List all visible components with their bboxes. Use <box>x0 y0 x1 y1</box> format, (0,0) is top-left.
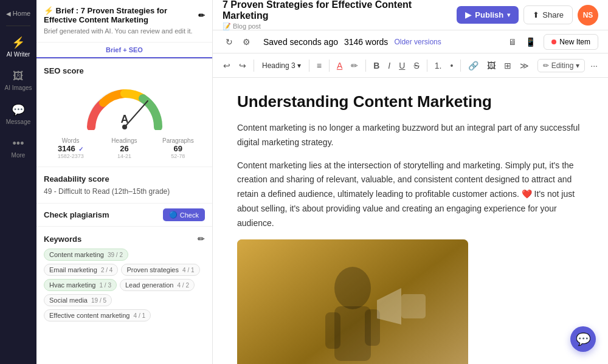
undo-button[interactable]: ↩ <box>220 59 233 72</box>
publish-button[interactable]: ▶ Publish ▾ <box>457 6 519 24</box>
link-button[interactable]: 🔗 <box>465 59 482 72</box>
ai-writer-icon: ⚡ <box>12 36 25 49</box>
panel-header: ⚡ Brief : 7 Proven Strategies for Effect… <box>36 0 212 43</box>
topbar-left: 7 Proven Strategies for Effective Conten… <box>223 0 457 30</box>
sidebar-item-label: AI Writer <box>7 51 30 58</box>
publish-chevron-icon: ▾ <box>507 12 510 18</box>
svg-text:A: A <box>120 113 128 125</box>
keywords-section: Keywords ✏ Content marketing 39 / 2 Emai… <box>36 226 212 329</box>
heading-select[interactable]: Heading 3 ▾ <box>258 60 305 72</box>
new-item-dot-icon <box>551 39 556 44</box>
more-options-button[interactable]: ≫ <box>517 59 532 72</box>
image-button[interactable]: 🖼 <box>484 59 499 72</box>
brief-edit-icon[interactable]: ✏ <box>198 11 205 20</box>
underline-button[interactable]: U <box>396 59 408 72</box>
sidebar-item-message[interactable]: 💬 Message <box>0 98 36 130</box>
template-label: 📝 Blog post <box>223 22 457 30</box>
bold-button[interactable]: B <box>370 59 382 72</box>
keyword-tag-content-marketing: Content marketing 39 / 2 <box>44 249 128 261</box>
keyword-tag-email-marketing: Email marketing 2 / 4 <box>44 264 118 276</box>
editor-paragraph-2: Content marketing lies at the intersecti… <box>237 159 584 231</box>
template-icon: 📝 <box>223 22 231 30</box>
older-versions-link[interactable]: Older versions <box>394 38 441 46</box>
plagiarism-section: Check plagiarism 🔵 Check <box>36 203 212 226</box>
words-value: 3146 <box>58 144 75 153</box>
more-icon: ••• <box>13 137 24 150</box>
sidebar-item-ai-writer[interactable]: ⚡ AI Writer <box>0 31 36 63</box>
sidebar-item-more[interactable]: ••• More <box>0 132 36 163</box>
unordered-list-button[interactable]: • <box>447 59 456 72</box>
brief-title: ⚡ Brief : 7 Proven Strategies for Effect… <box>44 6 205 24</box>
share-button[interactable]: ⬆ Share <box>523 5 573 24</box>
svg-point-1 <box>122 125 127 129</box>
word-count: 3146 words <box>344 37 388 47</box>
toolbar-sep-5 <box>427 60 427 72</box>
keyword-tag-social-media: Social media 19 / 5 <box>44 294 112 306</box>
sidebar-item-ai-images[interactable]: 🖼 AI Images <box>0 65 36 96</box>
editor-paragraph-1: Content marketing is no longer a marketi… <box>237 121 584 150</box>
saved-text: Saved seconds ago <box>263 37 338 47</box>
page-title: 7 Proven Strategies for Effective Conten… <box>223 0 457 21</box>
sidebar: ◀ Home ⚡ AI Writer 🖼 AI Images 💬 Message… <box>0 0 36 364</box>
chat-icon: 💬 <box>576 332 591 346</box>
keywords-header: Keywords ✏ <box>44 234 205 244</box>
brief-subtitle: Brief generated with AI. You can review … <box>44 27 205 36</box>
refresh-icon-btn[interactable]: ↻ <box>223 35 236 49</box>
editing-badge[interactable]: ✏ Editing ▾ <box>537 59 586 72</box>
redo-button[interactable]: ↪ <box>236 59 249 72</box>
keyword-tag-effective-content: Effective content marketing 4 / 1 <box>44 309 151 321</box>
svg-point-4 <box>334 267 371 309</box>
toolbar-sep-1 <box>254 60 254 72</box>
keywords-edit-icon[interactable]: ✏ <box>198 234 205 244</box>
table-button[interactable]: ⊞ <box>501 59 514 72</box>
settings-icon-btn[interactable]: ⚙ <box>240 35 254 49</box>
topbar2-right: 🖥 📱 New Item <box>505 34 598 50</box>
highlight-button[interactable]: ✏ <box>348 59 361 72</box>
gauge-chart: A <box>82 81 167 130</box>
sidebar-item-label: More <box>12 152 26 159</box>
panel-tabs: Brief + SEO <box>36 43 212 59</box>
new-item-button[interactable]: New Item <box>544 34 598 50</box>
plagiarism-check-button[interactable]: 🔵 Check <box>163 208 205 221</box>
mobile-view-icon[interactable]: 📱 <box>522 35 539 49</box>
view-controls: 🖥 📱 <box>505 35 539 49</box>
keyword-tag-hvac-marketing: Hvac marketing 1 / 3 <box>44 279 117 291</box>
back-arrow-icon: ◀ <box>6 10 11 17</box>
svg-rect-9 <box>401 294 426 318</box>
sidebar-divider <box>6 26 30 26</box>
sidebar-item-label: Message <box>6 118 31 125</box>
svg-rect-6 <box>325 312 340 349</box>
text-color-button[interactable]: A <box>334 59 345 72</box>
topbar: 7 Proven Strategies for Effective Conten… <box>213 0 608 30</box>
chat-bubble[interactable]: 💬 <box>570 326 596 352</box>
toolbar-sep-3 <box>329 60 330 72</box>
words-check-icon: ✓ <box>78 146 83 153</box>
toolbar-more-button[interactable]: ··· <box>587 59 601 72</box>
tab-brief-seo[interactable]: Brief + SEO <box>36 43 212 58</box>
keyword-tags-list: Content marketing 39 / 2 Email marketing… <box>44 249 205 321</box>
sidebar-item-label: AI Images <box>4 84 32 91</box>
strikethrough-button[interactable]: S <box>410 59 422 72</box>
pencil-icon: ✏ <box>543 61 549 70</box>
publish-icon: ▶ <box>465 10 471 19</box>
editor-content[interactable]: Understanding Content Marketing Content … <box>213 78 608 364</box>
ordered-list-button[interactable]: 1. <box>432 59 445 72</box>
home-label: Home <box>13 10 30 17</box>
desktop-view-icon[interactable]: 🖥 <box>505 35 520 49</box>
left-panel: ⚡ Brief : 7 Proven Strategies for Effect… <box>36 0 213 364</box>
italic-button[interactable]: I <box>385 59 393 72</box>
share-icon: ⬆ <box>533 10 539 19</box>
message-icon: 💬 <box>12 103 25 117</box>
check-dot-icon: 🔵 <box>169 211 178 219</box>
align-button[interactable]: ≡ <box>314 59 325 72</box>
sidebar-home[interactable]: ◀ Home <box>0 6 36 21</box>
article-image-svg: 📢 <box>237 239 468 364</box>
user-avatar: NS <box>578 5 598 26</box>
main-area: 7 Proven Strategies for Effective Conten… <box>213 0 608 364</box>
readability-section: Readability score 49 - Difficult to Read… <box>36 167 212 203</box>
seo-stats: Words 3146 ✓ 1582-2373 Headings 26 14-21… <box>44 137 205 159</box>
toolbar-sep-2 <box>309 60 309 72</box>
stat-headings: Headings 26 14-21 <box>97 137 151 159</box>
undo-redo-area: ↻ ⚙ <box>223 35 254 49</box>
heading-chevron-icon: ▾ <box>297 61 301 70</box>
